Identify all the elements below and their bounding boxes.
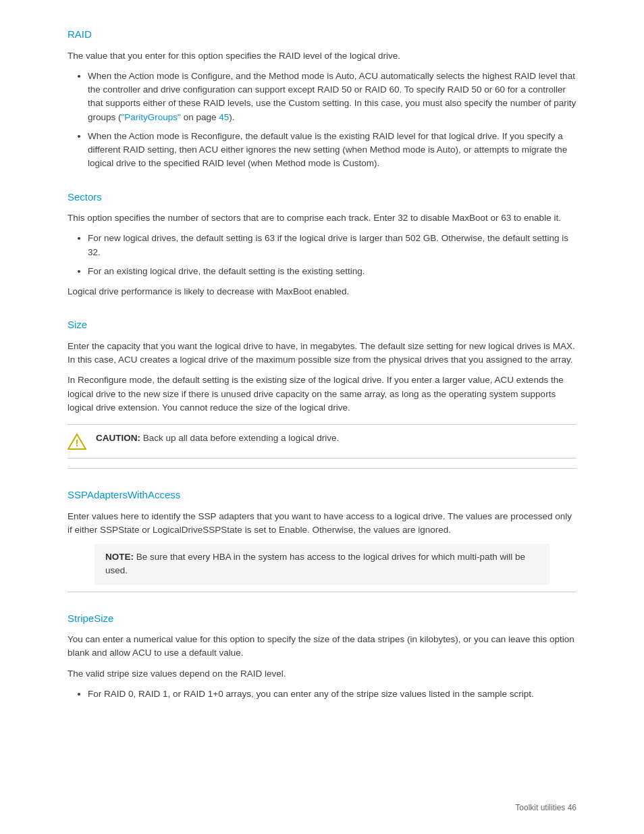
page-45-link[interactable]: 45 xyxy=(219,112,229,122)
list-item: When the Action mode is Reconfigure, the… xyxy=(88,130,576,171)
section-sectors: Sectors This option specifies the number… xyxy=(68,190,576,299)
ssp-heading: SSPAdaptersWithAccess xyxy=(68,488,576,503)
caution-label: CAUTION: xyxy=(96,433,140,443)
list-item: When the Action mode is Configure, and t… xyxy=(88,70,576,124)
raid-bullet1-suffix: ). xyxy=(229,112,234,122)
list-item: For an existing logical drive, the defau… xyxy=(88,265,576,278)
page: RAID The value that you enter for this o… xyxy=(0,0,644,834)
note-text: NOTE: Be sure that every HBA in the syst… xyxy=(105,550,539,578)
caution-box: ! CAUTION: Back up all data before exten… xyxy=(68,424,576,459)
sectors-bullet-list: For new logical drives, the default sett… xyxy=(88,232,576,278)
raid-intro: The value that you enter for this option… xyxy=(68,49,576,63)
note-box: NOTE: Be sure that every HBA in the syst… xyxy=(95,544,549,585)
stripe-para1: You can enter a numerical value for this… xyxy=(68,633,576,660)
section-raid: RAID The value that you enter for this o… xyxy=(68,27,576,171)
stripe-heading: StripeSize xyxy=(68,611,576,627)
list-item: For new logical drives, the default sett… xyxy=(88,232,576,259)
ssp-intro: Enter values here to identify the SSP ad… xyxy=(68,510,576,538)
section-stripe: StripeSize You can enter a numerical val… xyxy=(68,611,576,702)
ssp-divider xyxy=(68,592,576,592)
sectors-footer: Logical drive performance is likely to d… xyxy=(68,285,576,298)
caution-body-text: Back up all data before extending a logi… xyxy=(143,433,339,443)
stripe-bullet-list: For RAID 0, RAID 1, or RAID 1+0 arrays, … xyxy=(88,687,576,701)
note-label: NOTE: xyxy=(105,552,134,562)
page-footer: Toolkit utilities 46 xyxy=(515,802,576,814)
svg-text:!: ! xyxy=(76,438,79,448)
raid-heading: RAID xyxy=(68,27,576,43)
footer-text: Toolkit utilities 46 xyxy=(515,803,576,812)
stripe-para2: The valid stripe size values depend on t… xyxy=(68,667,576,681)
caution-text: CAUTION: Back up all data before extendi… xyxy=(96,432,339,445)
raid-bullet1-link-suffix: on page xyxy=(181,112,219,122)
sectors-heading: Sectors xyxy=(68,190,576,205)
caution-icon: ! xyxy=(68,432,86,451)
size-para2: In Reconfigure mode, the default setting… xyxy=(68,373,576,415)
sectors-intro: This option specifies the number of sect… xyxy=(68,211,576,225)
size-heading: Size xyxy=(68,317,576,333)
section-size: Size Enter the capacity that you want th… xyxy=(68,317,576,469)
size-divider xyxy=(68,468,576,469)
section-ssp: SSPAdaptersWithAccess Enter values here … xyxy=(68,488,576,592)
note-body-text: Be sure that every HBA in the system has… xyxy=(105,552,525,575)
parity-groups-link[interactable]: "ParityGroups" xyxy=(122,112,181,122)
raid-bullet-list: When the Action mode is Configure, and t… xyxy=(88,70,576,171)
list-item: For RAID 0, RAID 1, or RAID 1+0 arrays, … xyxy=(88,687,576,701)
size-para1: Enter the capacity that you want the log… xyxy=(68,340,576,367)
